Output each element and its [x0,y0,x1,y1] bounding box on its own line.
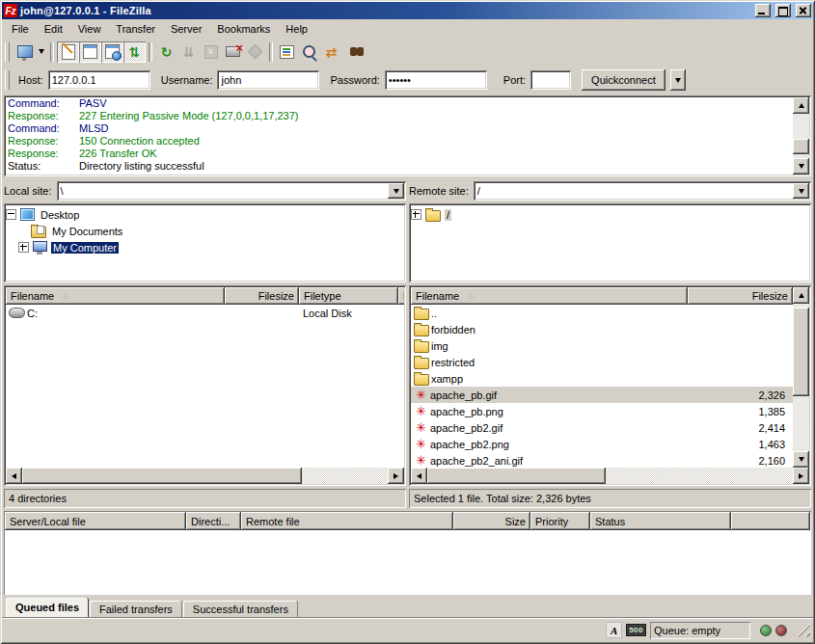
username-input[interactable] [217,70,319,90]
menu-file[interactable]: File [4,21,37,37]
reconnect-button[interactable] [244,41,266,63]
expand-icon[interactable] [18,242,29,253]
filter-button[interactable] [276,41,298,63]
remote-file-row-selected[interactable]: ✳apache_pb.gif2,326 [411,387,793,403]
toggle-message-log-button[interactable] [57,41,79,63]
queue-list-empty[interactable] [5,530,810,594]
data-type-indicator-icon[interactable]: A [606,622,622,638]
remote-site-dropdown[interactable] [793,183,809,199]
password-input[interactable] [385,70,487,90]
log-vertical-scrollbar[interactable] [793,97,809,174]
remote-site-row: Remote site: / [409,179,811,202]
tab-failed-transfers[interactable]: Failed transfers [90,601,182,617]
scroll-right-button[interactable] [793,468,809,484]
tree-item-my-documents[interactable]: My Documents [6,223,404,239]
toggle-queue-button[interactable]: ⇄ [123,41,146,63]
scroll-left-button[interactable] [6,468,22,484]
column-filename[interactable]: Filename [6,287,225,305]
scrollbar-track[interactable] [793,304,809,451]
column-filetype[interactable]: Filetype [299,287,398,305]
toolbar-grip[interactable] [5,42,10,62]
scrollbar-thumb[interactable] [22,468,302,484]
remote-file-row[interactable]: img [411,337,793,354]
quickbar-grip[interactable] [5,70,10,90]
toggle-local-tree-button[interactable] [79,41,101,63]
remote-file-row[interactable]: ✳apache_pb2.png1,463 [411,436,793,452]
scroll-up-button[interactable] [793,97,809,114]
remote-file-row[interactable]: restricted [411,354,793,370]
menu-transfer[interactable]: Transfer [108,21,163,37]
remote-file-row[interactable]: ✳apache_pb2.gif2,414 [411,419,793,436]
quickconnect-button[interactable]: Quickconnect [582,69,666,91]
process-queue-button[interactable]: ⇊ [177,41,200,63]
scrollbar-track[interactable] [793,114,809,158]
remote-file-row[interactable]: .. [411,305,793,321]
scrollbar-track[interactable] [606,468,793,484]
tree-item-root[interactable]: / [411,206,809,223]
scroll-right-button[interactable] [388,468,404,484]
scrollbar-track[interactable] [302,468,388,484]
host-input[interactable] [48,70,150,90]
column-last-modified[interactable]: L [398,287,404,305]
tree-item-desktop[interactable]: Desktop [6,206,404,223]
column-priority[interactable]: Priority [530,512,590,530]
menu-edit[interactable]: Edit [37,21,70,37]
column-remote-file[interactable]: Remote file [241,512,453,530]
scroll-down-button[interactable] [793,451,809,468]
column-size[interactable]: Size [453,512,530,530]
remote-file-row[interactable]: xampp [411,370,793,387]
local-site-combobox[interactable]: \ [57,181,406,201]
cancel-operation-button[interactable]: × [200,41,222,63]
scroll-down-button[interactable] [793,158,809,174]
remote-file-row[interactable]: forbidden [411,321,793,337]
expand-icon[interactable] [411,209,421,220]
column-status[interactable]: Status [590,512,731,530]
tab-queued-files[interactable]: Queued files [6,598,89,617]
column-filesize[interactable]: Filesize [688,287,793,305]
remote-site-combobox[interactable]: / [474,181,811,201]
find-files-button[interactable] [342,41,365,63]
folder-icon [414,309,429,320]
menu-help[interactable]: Help [278,21,315,37]
red-x-icon: × [235,41,243,54]
scrollbar-thumb[interactable] [793,308,809,396]
remote-file-row[interactable]: ✳apache_pb.png1,385 [411,403,793,419]
column-filesize[interactable]: Filesize [225,287,299,305]
tree-item-my-computer[interactable]: My Computer [6,239,404,255]
directory-comparison-button[interactable] [298,41,320,63]
column-filename[interactable]: Filename [411,287,688,305]
menu-bookmarks[interactable]: Bookmarks [209,21,278,37]
scrollbar-thumb[interactable] [427,468,606,484]
refresh-button[interactable]: ↻ [155,41,177,63]
column-direction[interactable]: Directi... [186,512,241,530]
column-server-local-file[interactable]: Server/Local file [5,512,186,530]
synchronized-browsing-button[interactable]: ⇄ [320,41,342,63]
remote-horizontal-scrollbar[interactable] [411,468,809,484]
scrollbar-thumb[interactable] [793,139,809,154]
collapse-icon[interactable] [6,209,16,220]
site-manager-button[interactable] [14,41,36,63]
port-input[interactable] [530,70,571,90]
site-manager-dropdown[interactable] [36,41,47,63]
quickconnect-dropdown[interactable] [670,69,686,91]
remote-vertical-scrollbar[interactable] [793,287,809,468]
close-button[interactable] [796,4,811,17]
scroll-up-button[interactable] [793,287,809,304]
menu-server[interactable]: Server [163,21,209,37]
local-pane: Local site: \ Desktop My Documents [4,179,406,508]
disconnect-button[interactable]: × [222,41,244,63]
tab-successful-transfers[interactable]: Successful transfers [183,601,298,617]
remote-file-row[interactable]: ✳apache_pb2_ani.gif2,160 [411,452,793,468]
local-horizontal-scrollbar[interactable] [6,468,404,484]
chevron-down-icon [675,78,681,83]
resize-grip[interactable] [797,624,810,637]
menu-view[interactable]: View [70,21,109,37]
speed-limit-icon[interactable]: 500 [626,624,646,636]
maximize-button[interactable] [775,4,791,17]
filezilla-window: { "window": { "title": "john@127.0.0.1 -… [0,0,815,644]
toggle-remote-tree-button[interactable] [101,41,123,63]
scroll-left-button[interactable] [411,468,427,484]
local-site-dropdown[interactable] [388,183,404,199]
local-file-row[interactable]: C: Local Disk [6,305,404,321]
minimize-button[interactable] [755,4,771,17]
